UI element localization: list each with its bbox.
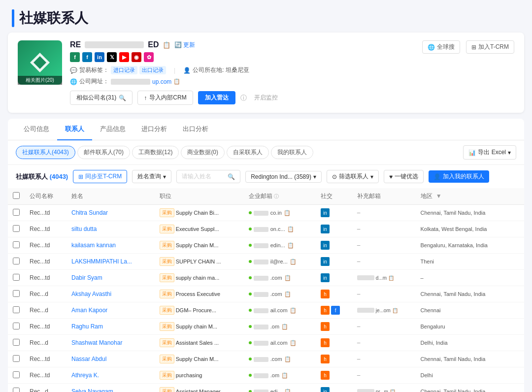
copy-email-icon[interactable]: 📋: [284, 356, 291, 362]
name-query-btn[interactable]: 姓名查询 ▾: [132, 170, 171, 183]
row-checkbox[interactable]: [13, 323, 20, 329]
row-checkbox[interactable]: [13, 225, 20, 232]
sub-tab-business-data[interactable]: 工商数据(12): [132, 146, 179, 159]
global-search-btn[interactable]: 🌐 全球搜: [422, 40, 460, 54]
tab-export-analysis[interactable]: 出口分析: [175, 119, 216, 140]
copy-email-icon[interactable]: 📋: [290, 340, 297, 346]
cell-name[interactable]: siltu dutta: [71, 226, 97, 232]
hicon[interactable]: h: [321, 322, 330, 331]
linkedin-icon[interactable]: in: [321, 208, 330, 217]
cell-name[interactable]: Akshay Avasthi: [71, 291, 111, 297]
row-checkbox[interactable]: [13, 388, 20, 392]
tab-company-info[interactable]: 公司信息: [16, 119, 57, 140]
chevron-down-icon: ▾: [163, 173, 166, 180]
hicon[interactable]: h: [321, 371, 330, 380]
cell-name[interactable]: Selva Nayagam: [71, 388, 113, 392]
sub-tab-self-collect[interactable]: 自采联系人: [227, 146, 269, 159]
row-checkbox[interactable]: [13, 371, 20, 378]
tab-import-analysis[interactable]: 进口分析: [133, 119, 175, 140]
social-icon-facebook[interactable]: f: [82, 52, 92, 62]
cell-name[interactable]: LAKSHMMIPATHI La...: [71, 258, 132, 265]
copy-email-icon[interactable]: 📋: [290, 307, 297, 314]
row-checkbox[interactable]: [13, 339, 20, 346]
row-checkbox[interactable]: [13, 306, 20, 313]
hicon[interactable]: h: [321, 338, 330, 347]
copy-extra-email-icon[interactable]: 📋: [392, 308, 398, 313]
add-contact-btn[interactable]: 👤 加入我的联系人: [429, 170, 489, 183]
company-name-prefix: RE: [70, 40, 81, 49]
similar-company-btn[interactable]: 相似公司名(31) 🔍: [70, 91, 133, 105]
hicon[interactable]: h: [321, 290, 330, 298]
company-filter-btn[interactable]: Redington Ind... (3589) ▾: [245, 171, 322, 183]
export-excel-btn[interactable]: 📊 导出 Excel ▾: [463, 145, 516, 160]
copy-email-icon[interactable]: 📋: [281, 372, 288, 379]
import-record-tag[interactable]: 进口记录: [111, 66, 137, 74]
cell-extra-email: je...om 📋: [357, 308, 411, 313]
website-link[interactable]: up.com: [152, 78, 171, 85]
copy-extra-email-icon[interactable]: 📋: [388, 275, 394, 281]
copy-email-icon[interactable]: 📋: [284, 291, 291, 297]
row-checkbox[interactable]: [13, 355, 20, 362]
copy-extra-email-icon[interactable]: 📋: [390, 389, 396, 392]
copy-website-icon[interactable]: 📋: [173, 78, 180, 85]
copy-email-icon[interactable]: 📋: [281, 324, 288, 330]
linkedin-icon[interactable]: in: [321, 387, 330, 392]
export-record-tag[interactable]: 出口记录: [139, 66, 166, 74]
social-icon-twitter[interactable]: 𝕏: [107, 52, 117, 62]
sync-tcrm-btn[interactable]: ⊞ 同步至T-CRM: [73, 170, 127, 183]
social-icon-mail[interactable]: ◉: [132, 52, 141, 62]
linkedin-icon[interactable]: in: [321, 241, 330, 250]
linkedin-icon[interactable]: in: [321, 273, 330, 282]
contact-search-box[interactable]: 请输入姓名 🔍: [176, 170, 240, 183]
facebook-icon[interactable]: f: [331, 306, 340, 315]
copy-email-icon[interactable]: 📋: [284, 275, 291, 281]
import-crm-btn[interactable]: ↑ 导入内部CRM: [137, 91, 193, 105]
cell-name[interactable]: kailasam kannan: [71, 242, 116, 249]
sub-tab-social[interactable]: 社媒联系人(4043): [16, 146, 75, 159]
cell-name[interactable]: Chitra Sundar: [71, 209, 108, 216]
copy-email-icon[interactable]: 📋: [284, 389, 291, 392]
linkedin-icon[interactable]: in: [321, 225, 330, 233]
sub-tab-my-contacts[interactable]: 我的联系人: [271, 146, 313, 159]
social-icon-linkedin[interactable]: in: [95, 52, 104, 62]
open-monitor-btn[interactable]: 开启监控: [252, 91, 280, 104]
row-checkbox[interactable]: [13, 274, 20, 281]
filter-contact-btn[interactable]: ⊙ 筛选联系人 ▾: [327, 170, 379, 183]
copy-email-icon[interactable]: 📋: [287, 226, 294, 232]
region-filter-icon[interactable]: ▼: [436, 193, 442, 199]
update-btn[interactable]: 🔄 更新: [174, 41, 195, 49]
linkedin-icon[interactable]: in: [321, 257, 330, 266]
tab-products[interactable]: 产品信息: [92, 119, 133, 140]
social-icon-youtube[interactable]: ▶: [119, 52, 129, 62]
cell-name[interactable]: Nassar Abdul: [71, 356, 106, 362]
cell-name[interactable]: Shashwat Manohar: [71, 339, 122, 346]
hicon[interactable]: h: [321, 355, 330, 363]
website-prefix-blur: [111, 79, 150, 85]
row-checkbox[interactable]: [13, 209, 20, 216]
row-checkbox[interactable]: [13, 290, 20, 297]
quick-select-btn[interactable]: ♥ 一键优选: [384, 170, 424, 183]
add-tcrm-btn[interactable]: ⊞ 加入T-CRM: [466, 40, 514, 54]
cell-name[interactable]: Aman Kapoor: [71, 307, 107, 314]
hicon[interactable]: h: [321, 306, 330, 315]
cell-name[interactable]: Raghu Ram: [71, 323, 103, 330]
tab-contacts[interactable]: 联系人: [57, 119, 92, 140]
cell-email: ail.com 📋: [249, 340, 311, 346]
cell-name[interactable]: Athreya K.: [71, 372, 99, 379]
row-checkbox[interactable]: [13, 258, 20, 264]
cell-region: Theni: [421, 259, 434, 264]
select-all-checkbox[interactable]: [13, 192, 20, 199]
cell-name[interactable]: Dabir Syam: [71, 274, 102, 281]
copy-company-name-btn[interactable]: 📋: [163, 41, 170, 49]
copy-email-icon[interactable]: 📋: [290, 259, 297, 265]
copy-email-icon[interactable]: 📋: [284, 210, 291, 216]
sub-tab-email[interactable]: 邮件联系人(70): [77, 146, 130, 159]
person-add-icon: 👤: [433, 173, 441, 180]
cell-email: .com 📋: [249, 291, 311, 297]
row-checkbox[interactable]: [13, 241, 20, 248]
copy-email-icon[interactable]: 📋: [287, 242, 294, 249]
social-icon-website[interactable]: f: [70, 52, 80, 62]
sub-tab-commercial[interactable]: 商业数据(0): [181, 146, 225, 159]
social-icon-instagram[interactable]: ✿: [144, 52, 154, 62]
join-leida-btn[interactable]: 加入雷达: [198, 91, 235, 104]
